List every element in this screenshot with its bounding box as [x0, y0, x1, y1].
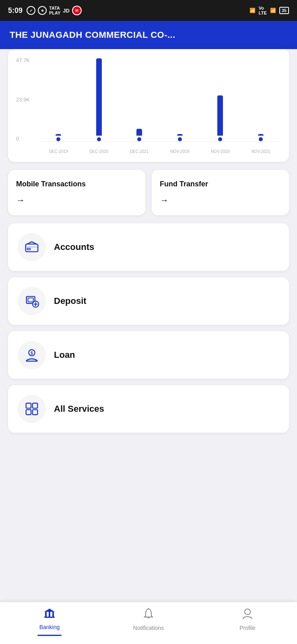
bar-dot-nov-2021	[259, 137, 263, 141]
header: THE JUNAGADH COMMERCIAL CO-...	[0, 21, 297, 49]
bar-rect-nov-2021	[258, 134, 264, 136]
volte-icon: VoLTE	[259, 6, 267, 15]
nav-profile[interactable]: Profile	[198, 608, 297, 631]
svg-rect-18	[52, 612, 54, 617]
svg-rect-16	[45, 612, 47, 617]
bar-dot-nov-2020	[218, 137, 222, 141]
chart-x-labels: DEC-2019 DEC-2020 DEC-2021 NOV-2019 NOV-…	[38, 149, 281, 154]
deposit-label: Deposit	[54, 296, 87, 306]
all-services-icon-wrapper	[18, 395, 46, 423]
x-label-nov-2019: NOV-2019	[160, 149, 200, 154]
chart-y-labels: 47.7K 23.9K 0	[16, 57, 30, 142]
svg-rect-13	[26, 410, 31, 415]
bar-dec-2020	[79, 57, 120, 141]
accounts-menu-item[interactable]: Accounts	[8, 223, 289, 271]
x-label-nov-2020: NOV-2020	[200, 149, 241, 154]
loan-icon-wrapper: $	[18, 341, 46, 369]
jd-icon: JD	[63, 8, 70, 14]
fund-transfer-card[interactable]: Fund Transfer →	[152, 170, 289, 215]
svg-rect-11	[26, 403, 31, 408]
y-label-bottom: 0	[16, 136, 30, 142]
mobile-transactions-arrow: →	[16, 195, 137, 206]
svg-rect-17	[49, 612, 50, 617]
notifications-label: Notifications	[133, 625, 164, 631]
time: 5:09	[8, 6, 23, 15]
x-label-dec-2021: DEC-2021	[119, 149, 160, 154]
bar-rect-dec-2020	[96, 58, 102, 136]
bar-dot-nov-2019	[178, 137, 182, 141]
accounts-label: Accounts	[54, 242, 94, 252]
bar-dot-dec-2019	[56, 137, 60, 141]
svg-rect-12	[33, 403, 37, 408]
nav-banking[interactable]: Banking	[0, 608, 99, 630]
svg-marker-15	[44, 609, 55, 612]
person-icon	[242, 608, 253, 623]
main-content: 47.7K 23.9K 0	[0, 49, 297, 487]
app-title: THE JUNAGADH COMMERCIAL CO-...	[10, 30, 287, 40]
all-services-label: All Services	[54, 404, 104, 414]
bar-rect-nov-2019	[177, 134, 183, 136]
svg-rect-4	[28, 298, 33, 302]
bar-dec-2019	[38, 57, 79, 141]
loan-menu-item[interactable]: $ Loan	[8, 331, 289, 379]
bar-rect-dec-2021	[136, 129, 142, 136]
bar-rect-nov-2020	[217, 95, 223, 136]
mobile-transactions-title: Mobile Transactions	[16, 180, 137, 189]
fund-transfer-title: Fund Transfer	[160, 180, 281, 189]
status-right: 📶 VoLTE 📶 35	[250, 6, 289, 15]
battery-icon: 35	[279, 7, 289, 14]
whatsapp-icon: ✓	[27, 6, 35, 15]
bottom-nav: Banking Notifications Profile	[0, 602, 297, 644]
x-label-dec-2019: DEC-2019	[38, 149, 79, 154]
bar-nov-2020	[200, 57, 241, 141]
profile-label: Profile	[239, 625, 256, 631]
all-services-menu-item[interactable]: All Services	[8, 385, 289, 433]
chart-area: 47.7K 23.9K 0	[16, 57, 281, 154]
quick-actions: Mobile Transactions → Fund Transfer →	[8, 170, 289, 215]
svg-rect-1	[26, 246, 38, 248]
accounts-icon-wrapper	[18, 233, 46, 261]
loan-icon: $	[24, 347, 39, 363]
x-label-dec-2020: DEC-2020	[79, 149, 120, 154]
accounts-icon	[24, 239, 39, 255]
chart-card: 47.7K 23.9K 0	[8, 49, 289, 162]
deposit-menu-item[interactable]: Deposit	[8, 277, 289, 325]
bank-icon	[43, 608, 56, 622]
deposit-icon	[24, 293, 39, 309]
bell-icon	[143, 608, 154, 623]
svg-text:$: $	[31, 351, 33, 355]
mobile-transactions-card[interactable]: Mobile Transactions →	[8, 170, 145, 215]
signal-icon: 📶	[270, 8, 276, 13]
nav-notifications[interactable]: Notifications	[99, 608, 198, 631]
bar-dot-dec-2020	[97, 137, 101, 141]
jio-icon: ⊕	[38, 6, 47, 15]
bar-dot-dec-2021	[137, 137, 141, 141]
bar-rect-dec-2019	[56, 134, 61, 136]
deposit-icon-wrapper	[18, 287, 46, 315]
bar-nov-2021	[241, 57, 281, 141]
svg-rect-0	[26, 244, 38, 252]
chart-bars	[38, 57, 281, 142]
x-label-nov-2021: NOV-2021	[241, 149, 281, 154]
tata-play-icon: TATAPLAY	[49, 6, 60, 15]
status-bar: 5:09 ✓ ⊕ TATAPLAY JD M 📶 VoLTE 📶 35	[0, 0, 297, 21]
svg-rect-14	[33, 410, 37, 415]
svg-rect-19	[44, 617, 55, 618]
loan-label: Loan	[54, 350, 75, 360]
svg-rect-2	[27, 248, 31, 250]
svg-point-20	[245, 609, 250, 615]
metro-icon: M	[72, 6, 82, 15]
bar-nov-2019	[160, 57, 200, 141]
fund-transfer-arrow: →	[160, 195, 281, 206]
bar-dec-2021	[119, 57, 160, 141]
all-services-icon	[24, 401, 39, 417]
banking-label: Banking	[39, 624, 60, 630]
y-label-mid: 23.9K	[16, 97, 30, 103]
wifi-icon: 📶	[250, 8, 256, 13]
y-label-top: 47.7K	[16, 57, 30, 63]
